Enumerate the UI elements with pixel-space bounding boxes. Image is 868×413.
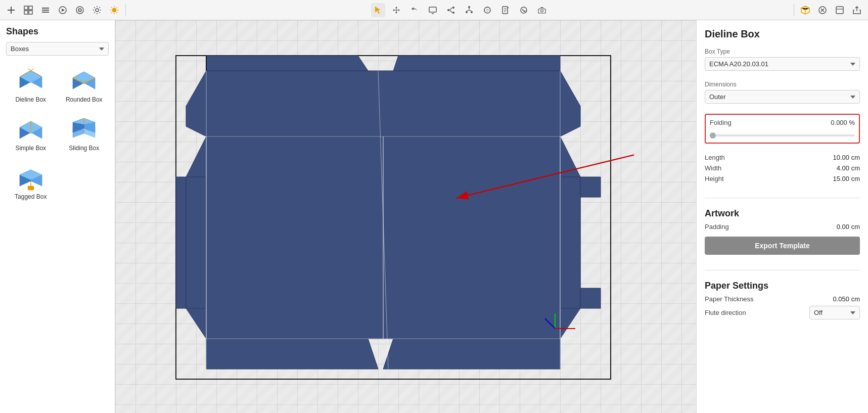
- shape-rounded-box[interactable]: Rounded Box: [60, 63, 109, 107]
- settings-icon[interactable]: [90, 3, 104, 17]
- artwork-title: Artwork: [705, 208, 860, 219]
- dimensions-select[interactable]: Outer: [705, 90, 860, 104]
- artwork-section: Artwork Padding 0.00 cm Export Template: [705, 206, 860, 258]
- tagged-box-label: Tagged Box: [15, 193, 47, 200]
- phone-tool[interactable]: [517, 3, 531, 17]
- box-type-select[interactable]: ECMA A20.20.03.01: [705, 57, 860, 71]
- shapes-grid: Dieline Box Rounded Box: [6, 63, 109, 204]
- toolbar-left: [4, 3, 121, 17]
- svg-point-23: [471, 11, 473, 13]
- window-tool[interactable]: [833, 3, 847, 17]
- svg-point-20: [452, 12, 454, 14]
- simple-box-icon: [17, 115, 45, 144]
- padding-row: Padding 0.00 cm: [705, 223, 860, 231]
- shapes-dropdown[interactable]: Boxes: [6, 42, 109, 56]
- shape-sliding-box[interactable]: Sliding Box: [60, 111, 109, 156]
- svg-marker-60: [186, 177, 206, 308]
- sidebar-title: Shapes: [6, 26, 109, 37]
- length-row: Length 10.00 cm: [705, 154, 860, 161]
- toolbar-center: [130, 3, 790, 17]
- svg-rect-6: [42, 8, 49, 9]
- flute-direction-label: Flute direction: [705, 309, 746, 316]
- circle-tool[interactable]: [480, 3, 494, 17]
- paper-thickness-row: Paper Thickness 0.050 cm: [705, 295, 860, 303]
- flute-direction-select[interactable]: Off: [809, 306, 860, 319]
- svg-marker-63: [383, 339, 560, 369]
- box-type-label: Box Type: [705, 48, 860, 55]
- grid-icon[interactable]: [21, 3, 35, 17]
- svg-rect-2: [24, 6, 28, 10]
- paper-settings-title: Paper Settings: [705, 281, 860, 291]
- padding-label: Padding: [705, 223, 729, 231]
- svg-point-22: [466, 11, 468, 13]
- width-value: 4.00 cm: [837, 164, 860, 172]
- shape-tagged-box[interactable]: Tagged Box: [6, 160, 56, 204]
- video-icon[interactable]: [56, 3, 70, 17]
- svg-marker-68: [580, 288, 601, 308]
- export-template-button[interactable]: Export Template: [705, 237, 860, 255]
- svg-rect-3: [29, 6, 32, 10]
- folding-value: 0.000 %: [831, 119, 855, 126]
- folding-header: Folding 0.000 %: [710, 119, 855, 126]
- move-tool[interactable]: [389, 3, 403, 17]
- add-icon[interactable]: [4, 3, 18, 17]
- svg-point-28: [540, 9, 543, 12]
- svg-rect-8: [42, 12, 49, 13]
- note-tool[interactable]: [498, 3, 513, 17]
- main-area: Shapes Boxes Dieline Box: [0, 20, 868, 413]
- cursor-tool[interactable]: [371, 3, 385, 17]
- height-value: 15.00 cm: [833, 175, 860, 182]
- sun-icon[interactable]: [107, 3, 121, 17]
- svg-point-14: [96, 9, 99, 12]
- shape-dieline-box[interactable]: Dieline Box: [6, 63, 56, 107]
- svg-rect-5: [29, 11, 32, 14]
- tree-tool[interactable]: [462, 3, 476, 17]
- svg-point-15: [112, 8, 116, 12]
- right-panel: Dieline Box Box Type ECMA A20.20.03.01 D…: [696, 20, 868, 413]
- length-value: 10.00 cm: [833, 154, 860, 161]
- padding-value: 0.00 cm: [837, 223, 860, 231]
- screen-tool[interactable]: [426, 3, 440, 17]
- svg-marker-16: [375, 7, 381, 14]
- height-label: Height: [705, 175, 724, 182]
- dimensions-section: Dimensions Outer: [705, 81, 860, 104]
- svg-rect-4: [24, 11, 28, 14]
- undo-tool[interactable]: [407, 3, 422, 17]
- divider-1: [705, 198, 860, 198]
- rounded-box-icon: [70, 67, 98, 95]
- svg-point-21: [468, 6, 470, 8]
- svg-marker-62: [206, 339, 378, 369]
- svg-point-13: [79, 10, 80, 11]
- menu-icon[interactable]: [38, 3, 53, 17]
- svg-rect-55: [28, 186, 34, 190]
- nodes-tool[interactable]: [444, 3, 458, 17]
- share-tool[interactable]: [850, 3, 864, 17]
- canvas-area[interactable]: [115, 20, 696, 413]
- folding-label: Folding: [710, 119, 732, 126]
- divider-2: [705, 270, 860, 270]
- paper-thickness-value: 0.050 cm: [833, 295, 860, 303]
- close-tool[interactable]: [815, 3, 830, 17]
- svg-marker-66: [176, 177, 186, 308]
- target-icon[interactable]: [73, 3, 87, 17]
- svg-rect-32: [836, 7, 843, 14]
- height-row: Height 15.00 cm: [705, 175, 860, 182]
- svg-marker-64: [206, 56, 368, 71]
- box-3d-tool[interactable]: [798, 3, 812, 17]
- separator-1: [125, 4, 126, 16]
- shape-simple-box[interactable]: Simple Box: [6, 111, 56, 156]
- folding-slider[interactable]: [710, 134, 855, 136]
- toolbar-right: [798, 3, 864, 17]
- simple-box-label: Simple Box: [15, 145, 46, 152]
- sidebar: Shapes Boxes Dieline Box: [0, 20, 115, 413]
- dieline-box-icon: [17, 67, 45, 95]
- svg-rect-7: [42, 10, 49, 11]
- width-row: Width 4.00 cm: [705, 164, 860, 172]
- svg-marker-61: [560, 177, 580, 308]
- toolbar: [0, 0, 868, 20]
- svg-rect-29: [541, 7, 543, 8]
- dieline-box-label: Dieline Box: [15, 96, 46, 103]
- tagged-box-icon: [17, 164, 45, 192]
- camera-tool[interactable]: [535, 3, 549, 17]
- paper-thickness-label: Paper Thickness: [705, 295, 754, 303]
